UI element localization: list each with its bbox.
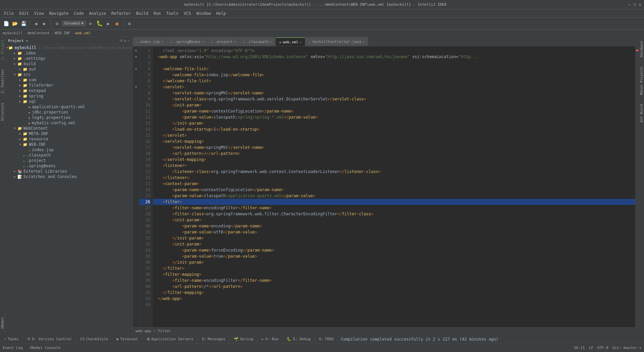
code-line-12[interactable]: <param-value>classpath:spring/spring-*.x… bbox=[153, 114, 635, 120]
run-config-selector[interactable]: Unnamed ▼ bbox=[62, 20, 86, 26]
tree-item-dotproject[interactable]: ▶ ⬥ .project bbox=[5, 158, 132, 163]
maximize-button[interactable]: ❐ bbox=[633, 2, 636, 7]
tree-item-scratches[interactable]: ▶ 📝 Scratches and Consoles bbox=[5, 174, 132, 179]
code-line-4[interactable]: <welcome-file-list> bbox=[153, 66, 635, 72]
sync-icon[interactable]: ⟳ bbox=[120, 39, 123, 43]
tree-item-fileforder[interactable]: ▶ 📁 fileforder bbox=[5, 83, 132, 88]
menu-item-refactor[interactable]: Refactor bbox=[109, 10, 133, 16]
event-log-link[interactable]: Event Log bbox=[3, 346, 23, 350]
code-line-26[interactable]: <filter> bbox=[153, 199, 635, 205]
code-line-6[interactable]: </welcome-file-list> bbox=[153, 78, 635, 84]
code-line-11[interactable]: <param-name>contextConfigLocation</param… bbox=[153, 108, 635, 114]
tab-close-classpath[interactable]: ✕ bbox=[270, 40, 272, 44]
code-line-9[interactable]: <servlet-class>org.springframework.web.s… bbox=[153, 96, 635, 102]
tree-item-external-libs[interactable]: ▶ 📚 External Libraries bbox=[5, 169, 132, 174]
code-line-23[interactable]: <context-param> bbox=[153, 181, 635, 187]
tab-tasks[interactable]: ✓ Tasks bbox=[0, 335, 23, 343]
menu-item-navigate[interactable]: Navigate bbox=[47, 10, 71, 16]
stop-button[interactable]: ■ bbox=[113, 19, 121, 28]
back-button[interactable]: ◀ bbox=[32, 19, 40, 28]
code-line-33[interactable]: <init-param> bbox=[153, 241, 635, 247]
menu-item-help[interactable]: Help bbox=[214, 10, 229, 16]
fold-marker-1[interactable]: ▼ bbox=[133, 48, 139, 54]
minimize-button[interactable]: — bbox=[628, 2, 631, 7]
tree-item-meta-inf[interactable]: ▶ 📁 META-INF bbox=[5, 131, 132, 136]
tree-item-notepad[interactable]: ▶ 📁 notepad bbox=[5, 88, 132, 93]
tab-web-xml[interactable]: ⬥ web.xml ✕ bbox=[276, 37, 305, 46]
code-line-34[interactable]: <param-name>forceEncoding</param-name> bbox=[153, 247, 635, 253]
expand-arrow-sql[interactable]: ▶ bbox=[17, 100, 23, 103]
fold-marker-4[interactable]: ▼ bbox=[133, 66, 139, 72]
expand-arrow-scratches[interactable]: ▶ bbox=[12, 175, 17, 178]
tab-close-springbeans[interactable]: ✕ bbox=[202, 40, 204, 44]
tree-item-web-inf[interactable]: ▼ 📁 WEB-INF bbox=[5, 142, 132, 147]
tab-close-index-jsp[interactable]: ✕ bbox=[161, 40, 163, 44]
expand-arrow-fileforder[interactable]: ▶ bbox=[17, 84, 23, 87]
code-line-42[interactable]: </web-app> bbox=[153, 296, 635, 302]
code-line-7[interactable]: <servlet> bbox=[153, 84, 635, 90]
tab-messages[interactable]: 0: Messages bbox=[198, 335, 230, 343]
fold-marker-7[interactable]: ▼ bbox=[133, 84, 139, 90]
expand-arrow-out[interactable]: ▶ bbox=[17, 68, 23, 71]
tab-app-servers[interactable]: 🖥 Application Servers bbox=[142, 335, 198, 343]
code-line-31[interactable]: <param-value>utf8</param-value> bbox=[153, 229, 635, 235]
tree-item-webcontent[interactable]: ▼ 📁 WebContent bbox=[5, 126, 132, 131]
tab-version-control[interactable]: ⑨ 9: Version Control bbox=[23, 335, 76, 343]
tab-index-jsp[interactable]: ☕ index.jsp ✕ bbox=[133, 37, 167, 46]
jrebel-console-link[interactable]: JRebel Console bbox=[30, 346, 61, 350]
breadcrumb-project[interactable]: mySeckill bbox=[3, 31, 23, 35]
menu-item-window[interactable]: Window bbox=[194, 10, 213, 16]
menu-item-tools[interactable]: Tools bbox=[164, 10, 181, 16]
run-with-coverage-button[interactable]: ▶ bbox=[104, 19, 112, 28]
close-button[interactable]: ✕ bbox=[639, 2, 641, 7]
tree-item-out[interactable]: ▶ 📁 out bbox=[5, 67, 132, 72]
code-line-38[interactable]: <filter-mapping> bbox=[153, 271, 635, 277]
tab-run[interactable]: ▶ 4: Run bbox=[258, 335, 283, 343]
tree-item-jdbc[interactable]: ▶ ⬥ jdbc.properties bbox=[5, 109, 132, 115]
code-line-40[interactable]: <url-pattern>/*</url-pattern> bbox=[153, 283, 635, 290]
expand-arrow-idea[interactable]: ▶ bbox=[12, 51, 17, 55]
expand-arrow-build[interactable]: ▶ bbox=[12, 62, 17, 65]
expand-arrow-src[interactable]: ▼ bbox=[12, 73, 17, 76]
tab-spring[interactable]: 🌱 Spring bbox=[230, 335, 258, 343]
code-line-22[interactable]: </listener> bbox=[153, 175, 635, 181]
tree-item-com[interactable]: ▶ 📁 com bbox=[5, 77, 132, 83]
code-line-14[interactable]: <load-on-startup>1</load-on-startup> bbox=[153, 126, 635, 132]
code-line-1[interactable]: <?xml version="1.0" encoding="UTF-8"?> bbox=[153, 48, 635, 54]
breadcrumb-webcontent[interactable]: WebContent bbox=[28, 31, 50, 35]
forward-button[interactable]: ▶ bbox=[41, 19, 49, 28]
tree-item-idea[interactable]: ▶ 📁 .idea bbox=[5, 50, 132, 56]
tree-item-app-quartz[interactable]: ▶ ⬥ application-quartz.xml bbox=[5, 104, 132, 109]
tree-item-spring[interactable]: ▶ 📁 spring bbox=[5, 93, 132, 99]
code-line-32[interactable]: </init-param> bbox=[153, 235, 635, 241]
tree-item-mybatis[interactable]: ▶ ⬥ mybatis-config.xml bbox=[5, 120, 132, 126]
database-panel-toggle[interactable]: Database bbox=[639, 40, 644, 58]
tab-springbeans[interactable]: ⬥ .springBeans ✕ bbox=[167, 37, 208, 46]
tree-item-sql[interactable]: ▶ 📁 sql bbox=[5, 99, 132, 104]
tree-item-src[interactable]: ▼ 📁 src bbox=[5, 72, 132, 77]
code-line-20[interactable]: <listener> bbox=[153, 163, 635, 169]
code-line-8[interactable]: <servlet-name>springMVC</servlet-name> bbox=[153, 90, 635, 96]
tab-close-seckillcontroller[interactable]: ✕ bbox=[363, 40, 365, 44]
menu-item-code[interactable]: Code bbox=[71, 10, 87, 16]
maven-panel-toggle[interactable]: Maven Projects bbox=[639, 65, 644, 96]
tab-todo[interactable]: 6: TODO bbox=[315, 335, 338, 343]
code-line-19[interactable]: </servlet-mapping> bbox=[153, 157, 635, 163]
expand-arrow-notepad[interactable]: ▶ bbox=[17, 89, 23, 92]
menu-item-build[interactable]: Build bbox=[133, 10, 151, 16]
fold-marker-2[interactable]: ▼ bbox=[133, 54, 139, 60]
tab-classpath[interactable]: ⬥ .classpath ✕ bbox=[239, 37, 276, 46]
code-line-13[interactable]: </init-param> bbox=[153, 120, 635, 126]
settings-icon[interactable]: ⚙ bbox=[124, 39, 126, 43]
structure-panel-toggle[interactable]: Structure bbox=[0, 101, 5, 122]
gear-icon[interactable]: ⋯ bbox=[127, 39, 130, 43]
code-line-5[interactable]: <welcome-file>index.jsp</welcome-file> bbox=[153, 72, 635, 78]
code-line-27[interactable]: <filter-name>encodingFilter</filter-name… bbox=[153, 205, 635, 211]
debug-button[interactable]: 🐛 bbox=[96, 19, 104, 28]
breadcrumb-file[interactable]: web.xml bbox=[75, 31, 91, 35]
expand-arrow-web-inf[interactable]: ▼ bbox=[17, 143, 23, 146]
tree-item-settings[interactable]: ▶ 📁 .settings bbox=[5, 56, 132, 61]
tab-debug[interactable]: 🐛 5: Debug bbox=[283, 335, 315, 343]
code-line-35[interactable]: <param-value>true</param-value> bbox=[153, 253, 635, 259]
code-line-37[interactable]: </filter> bbox=[153, 265, 635, 271]
